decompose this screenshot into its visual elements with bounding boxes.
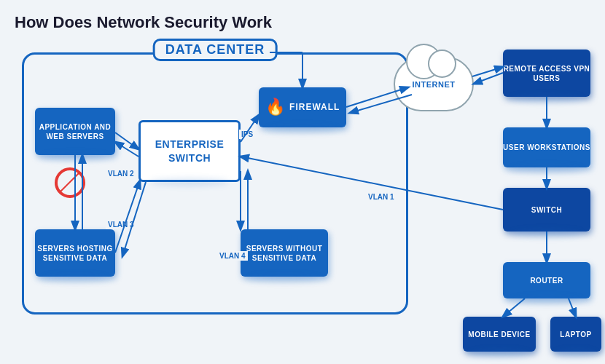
data-center-label: DATA CENTER [153, 39, 278, 61]
page-title: How Does Network Security Work [0, 0, 286, 38]
internet-cloud: INTERNET [394, 57, 474, 111]
router-node: ROUTER [503, 262, 590, 298]
non-sensitive-node: SERVERS WITHOUT SENSITIVE DATA [241, 229, 328, 277]
svg-line-12 [472, 67, 503, 76]
firewall-label: FIREWALL [289, 102, 340, 114]
laptop-node: LAPTOP [550, 317, 601, 352]
enterprise-switch-node: ENTERPRISE SWITCH [138, 120, 241, 182]
switch-node: SWITCH [503, 188, 590, 232]
no-access-icon [55, 167, 85, 198]
svg-line-11 [474, 73, 503, 84]
firewall-icon: 🔥 [265, 97, 286, 118]
vlan4-label: VLAN 4 [217, 251, 248, 261]
firewall-node: 🔥 FIREWALL [259, 87, 346, 127]
ips-label: IPS [239, 130, 255, 139]
internet-label: INTERNET [413, 80, 456, 89]
app-servers-node: APPLICATION AND WEB SERVERS [35, 108, 115, 155]
remote-vpn-node: REMOTE ACCESS VPN USERS [503, 50, 590, 97]
mobile-device-node: MOBILE DEVICE [463, 317, 536, 352]
vlan1-label: VLAN 1 [366, 192, 397, 202]
vlan3-label: VLAN 3 [106, 220, 136, 229]
user-workstations-node: USER WORKSTATIONS [503, 127, 590, 167]
vlan2-label: VLAN 2 [106, 169, 136, 178]
sensitive-data-node: SERVERS HOSTING SENSITIVE DATA [35, 229, 115, 277]
